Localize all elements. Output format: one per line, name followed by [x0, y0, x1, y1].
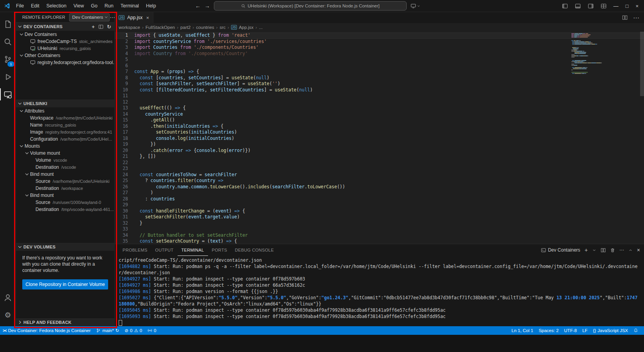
tree-item[interactable]: Workspace/var/home/jtm/Code/UHelsinki: [16, 114, 114, 122]
minimize-button[interactable]: —: [614, 3, 619, 9]
code-line[interactable]: 17 setCountries(initialCountries): [115, 129, 644, 136]
section-header-dev-volumes[interactable]: DEV VOLUMES: [16, 243, 114, 251]
tree-item[interactable]: Destination/tmp/vscode-wayland-461...: [16, 206, 114, 213]
remote-explorer-type-dropdown[interactable]: Dev Containers: [69, 13, 110, 21]
run-debug-icon[interactable]: [0, 68, 16, 86]
tree-item[interactable]: Bind mount: [16, 171, 114, 178]
section-header-uhelsinki[interactable]: UHELSINKI: [16, 100, 114, 107]
plus-icon[interactable]: +: [92, 24, 95, 30]
code-editor[interactable]: 1import { useState, useEffect } from 're…: [115, 32, 644, 244]
indentation-setting[interactable]: Spaces: 2: [536, 326, 561, 335]
cursor-position[interactable]: Ln 1, Col 1: [509, 326, 536, 335]
code-line[interactable]: 28 : countries: [115, 196, 644, 202]
code-line[interactable]: 12: [115, 99, 644, 105]
notifications-bell[interactable]: [631, 326, 641, 335]
code-line[interactable]: 32 }: [115, 220, 644, 227]
panel-tab-ports[interactable]: PORTS: [208, 244, 231, 256]
search-icon[interactable]: [0, 33, 16, 50]
code-line[interactable]: 15 .getAll(): [115, 117, 644, 123]
tree-item[interactable]: Bind mount: [16, 192, 114, 199]
remote-indicator[interactable]: >< Dev Container: Fedora Node.js Contain…: [0, 326, 93, 335]
toggle-sidebar-icon[interactable]: [562, 3, 568, 9]
code-line[interactable]: 35 const setSearchCountry = (text) => {: [115, 238, 644, 244]
breadcrumb-item[interactable]: workspace: [119, 25, 140, 30]
maximize-button[interactable]: □: [626, 3, 629, 9]
code-line[interactable]: 24 const countriesToShow = searchFilter: [115, 172, 644, 178]
breadcrumb-item[interactable]: part2: [180, 25, 190, 30]
forward-icon[interactable]: →: [205, 3, 210, 9]
section-header-help-and-feedback[interactable]: HELP AND FEEDBACK: [16, 318, 114, 326]
section-header-dev-containers[interactable]: DEV CONTAINERS + ↻: [16, 22, 114, 31]
code-line[interactable]: 11: [115, 93, 644, 99]
menu-view[interactable]: View: [70, 0, 87, 12]
tree-item[interactable]: Attributes: [16, 107, 114, 114]
breadcrumb-item[interactable]: src: [220, 25, 226, 30]
code-line[interactable]: 22: [115, 160, 644, 166]
code-line[interactable]: 5: [115, 57, 644, 63]
tree-item[interactable]: registry.fedoraproject.org/fedora-tool..…: [16, 59, 114, 66]
eol-setting[interactable]: LF: [580, 326, 590, 335]
breadcrumb-item[interactable]: FullStackOpen: [146, 25, 175, 30]
code-line[interactable]: 13 useEffect(() => {: [115, 105, 644, 111]
back-icon[interactable]: ←: [195, 3, 201, 9]
tree-item[interactable]: Imageregistry.fedoraproject.org/fedora:4…: [16, 129, 114, 136]
menu-edit[interactable]: Edit: [27, 0, 43, 12]
tree-item[interactable]: Volume mount: [16, 150, 114, 157]
menu-go[interactable]: Go: [87, 0, 101, 12]
language-mode[interactable]: {} JavaScript JSX: [590, 326, 631, 335]
refresh-icon[interactable]: ↻: [107, 24, 111, 30]
tree-item[interactable]: Dev Containers: [16, 31, 114, 38]
code-line[interactable]: 16 .then(initialCountries => {: [115, 123, 644, 130]
breadcrumb-item[interactable]: App.jsx: [239, 25, 254, 30]
code-line[interactable]: 6: [115, 63, 644, 69]
code-line[interactable]: 14 countryService: [115, 111, 644, 118]
code-line[interactable]: 26 country.name.common.toLowerCase().inc…: [115, 184, 644, 190]
tree-item[interactable]: Destination/vscode: [16, 164, 114, 171]
close-window-button[interactable]: ×: [635, 3, 639, 9]
menu-selection[interactable]: Selection: [43, 0, 70, 12]
ports-indicator[interactable]: 0: [145, 326, 159, 335]
code-line[interactable]: 33: [115, 226, 644, 232]
chevron-down-icon[interactable]: [592, 248, 596, 252]
split-editor-icon[interactable]: [622, 15, 628, 20]
code-line[interactable]: 23: [115, 166, 644, 172]
code-line[interactable]: 18 console.log(initialCountries): [115, 136, 644, 142]
tree-item[interactable]: Other Containers: [16, 52, 114, 59]
code-line[interactable]: 1import { useState, useEffect } from 're…: [115, 32, 644, 39]
code-line[interactable]: 9 const [searchFilter, setSearchFilter] …: [115, 81, 644, 87]
breadcrumb-item[interactable]: ...: [259, 25, 263, 30]
clone-repository-button[interactable]: Clone Repository in Container Volume: [22, 279, 108, 289]
more-actions-icon[interactable]: ⋯: [619, 247, 624, 253]
code-line[interactable]: 7const App = (props) => {: [115, 69, 644, 75]
code-line[interactable]: 27 ): [115, 190, 644, 196]
editor-scrollbar[interactable]: [640, 32, 644, 96]
code-line[interactable]: 21 }, []): [115, 154, 644, 160]
code-line[interactable]: 4import Country from './components/Count…: [115, 51, 644, 57]
close-panel-icon[interactable]: ×: [637, 247, 640, 253]
git-branch-indicator[interactable]: main* ↻: [93, 326, 122, 335]
encoding-setting[interactable]: UTF-8: [561, 326, 580, 335]
remote-menu-icon[interactable]: [411, 3, 420, 9]
command-center[interactable]: UHelsinki (Workspace) [Dev Container: Fe…: [214, 1, 407, 11]
code-line[interactable]: 10 const [filteredCountries, setFiltered…: [115, 87, 644, 93]
code-line[interactable]: 8 const [countries, setCountries] = useS…: [115, 75, 644, 81]
menu-terminal[interactable]: Terminal: [117, 0, 142, 12]
tree-item[interactable]: freeCodeCamp-TSstoic_archimedes: [16, 38, 114, 45]
toggle-panel-icon[interactable]: [575, 3, 581, 9]
panel-tab-output[interactable]: OUTPUT: [151, 244, 178, 256]
source-control-icon[interactable]: 1: [0, 50, 16, 68]
code-line[interactable]: 25 ? countries.filter(country =>: [115, 178, 644, 184]
code-line[interactable]: 2import countryService from './services/…: [115, 39, 644, 45]
settings-gear-icon[interactable]: ⚙: [0, 306, 16, 324]
account-icon[interactable]: [0, 289, 16, 306]
details-icon[interactable]: [98, 24, 103, 29]
tree-item[interactable]: Configuration/var/home/jtm/Code/UHel...: [16, 136, 114, 143]
problems-indicator[interactable]: ⊘ 0 ⚠ 0: [122, 326, 145, 335]
minimap[interactable]: [571, 33, 639, 74]
menu-file[interactable]: File: [12, 0, 27, 12]
chevron-up-icon[interactable]: [628, 248, 633, 252]
tree-item[interactable]: Mounts: [16, 143, 114, 150]
code-line[interactable]: 31 setSearchFilter(event.target.value): [115, 214, 644, 220]
split-terminal-icon[interactable]: [601, 248, 606, 253]
code-line[interactable]: 34 // Button handler to set setSearchFil…: [115, 232, 644, 239]
